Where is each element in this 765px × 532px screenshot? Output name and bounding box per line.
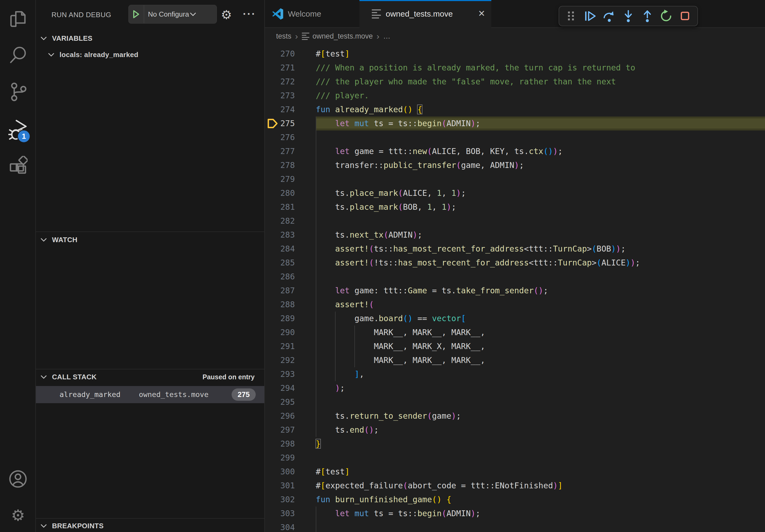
line-number[interactable]: 279	[265, 172, 295, 186]
line-number[interactable]: 272	[265, 75, 295, 89]
chevron-down-icon	[40, 375, 47, 379]
line-number[interactable]: 283	[265, 228, 295, 242]
line-number[interactable]: 288	[265, 298, 295, 312]
indent-guide	[335, 312, 336, 326]
indent-guide	[335, 326, 336, 339]
continue-button[interactable]	[583, 9, 598, 24]
indent-guide	[316, 507, 316, 520]
editor-gutter[interactable]: 2702712722732742752762772782792802812822…	[265, 45, 315, 532]
tab-owned-tests-move[interactable]: owned_tests.move ×	[360, 0, 491, 28]
explorer-icon[interactable]	[8, 9, 28, 28]
line-number[interactable]: 276	[265, 131, 295, 144]
line-number[interactable]: 302	[265, 493, 295, 507]
close-tab-icon[interactable]: ×	[478, 0, 485, 28]
breakpoints-section-header[interactable]: BREAKPOINTS	[36, 520, 264, 532]
code-line: game.board() == vector[	[316, 312, 765, 326]
search-icon[interactable]	[8, 46, 28, 65]
code-line	[316, 520, 765, 532]
variables-section-header[interactable]: VARIABLES	[36, 31, 264, 46]
code-line: ts.return_to_sender(game);	[316, 409, 765, 423]
code-line: #[test]	[316, 47, 765, 61]
step-out-button[interactable]	[640, 9, 655, 24]
code-line: ts.place_mark(BOB, 1, 1);	[316, 200, 765, 214]
code-editor[interactable]: 2702712722732742752762772782792802812822…	[265, 45, 765, 532]
settings-gear-icon[interactable]: ⚙	[8, 506, 28, 525]
line-number[interactable]: 292	[265, 353, 295, 367]
line-number[interactable]: 290	[265, 326, 295, 339]
line-number[interactable]: 296	[265, 409, 295, 423]
indent-guide	[316, 284, 316, 298]
tab-welcome[interactable]: Welcome	[265, 0, 360, 28]
debug-toolbar	[559, 6, 698, 26]
breadcrumb-file[interactable]: owned_tests.move	[313, 32, 373, 40]
line-number[interactable]: 294	[265, 381, 295, 395]
line-number[interactable]: 287	[265, 284, 295, 298]
indent-guide	[316, 172, 316, 186]
line-number[interactable]: 297	[265, 423, 295, 437]
code-line: assert!(	[316, 298, 765, 312]
breadcrumb-separator: ›	[295, 31, 298, 41]
call-stack-frame-row[interactable]: already_marked owned_tests.move 275	[36, 386, 264, 403]
indent-guide	[355, 353, 355, 367]
line-number[interactable]: 274	[265, 103, 295, 117]
debug-count-badge: 1	[17, 130, 31, 143]
line-number[interactable]: 273	[265, 89, 295, 103]
panel-title: RUN AND DEBUG	[51, 0, 111, 30]
indent-guide	[316, 131, 316, 144]
watch-section-header[interactable]: WATCH	[36, 232, 264, 247]
line-number[interactable]: 301	[265, 479, 295, 493]
line-number[interactable]: 286	[265, 270, 295, 284]
extensions-icon[interactable]	[8, 156, 28, 175]
views-more-actions-icon[interactable]: ···	[243, 0, 256, 28]
code-lines: #[test]/// When a position is already ma…	[316, 45, 765, 532]
step-over-button[interactable]	[602, 9, 617, 24]
start-debug-icon[interactable]	[129, 10, 144, 19]
indent-guide	[335, 367, 336, 381]
move-file-icon	[302, 33, 309, 40]
line-number[interactable]: 284	[265, 242, 295, 256]
indent-guide	[316, 381, 316, 395]
line-number[interactable]: 277	[265, 144, 295, 158]
account-icon[interactable]	[8, 469, 28, 489]
line-number[interactable]: 300	[265, 465, 295, 479]
code-line: ],	[316, 367, 765, 381]
line-number[interactable]: 303	[265, 507, 295, 520]
toolbar-drag-handle[interactable]	[564, 9, 579, 24]
frame-function-name: already_marked	[60, 386, 121, 403]
restart-button[interactable]	[659, 9, 674, 24]
line-number[interactable]: 282	[265, 214, 295, 228]
debug-config-dropdown[interactable]: No Configura	[128, 5, 217, 24]
line-number[interactable]: 298	[265, 437, 295, 451]
button-divider	[144, 5, 144, 24]
line-number[interactable]: 271	[265, 61, 295, 75]
indent-guide	[316, 214, 316, 228]
paused-status: Paused on entry	[203, 373, 255, 381]
source-control-icon[interactable]	[8, 82, 28, 101]
step-into-button[interactable]	[621, 9, 636, 24]
code-line: assert!(ts::has_most_recent_for_address<…	[316, 242, 765, 256]
code-line	[316, 451, 765, 465]
run-and-debug-panel: RUN AND DEBUG No Configura ⚙ ··· VARIABL…	[36, 0, 265, 532]
line-number[interactable]: 299	[265, 451, 295, 465]
line-number[interactable]: 270	[265, 47, 295, 61]
indent-guide	[316, 353, 316, 367]
breadcrumb-folder[interactable]: tests	[276, 32, 291, 40]
line-number[interactable]: 304	[265, 520, 295, 532]
indent-guide	[316, 367, 316, 381]
variables-scope-row[interactable]: locals: already_marked	[36, 48, 264, 62]
line-number[interactable]: 280	[265, 186, 295, 200]
line-number[interactable]: 281	[265, 200, 295, 214]
call-stack-section-header[interactable]: CALL STACK Paused on entry	[36, 370, 264, 384]
code-line	[316, 131, 765, 144]
line-number[interactable]: 289	[265, 312, 295, 326]
line-number[interactable]: 285	[265, 256, 295, 270]
line-number[interactable]: 293	[265, 367, 295, 381]
line-number[interactable]: 278	[265, 158, 295, 172]
stop-button[interactable]	[678, 9, 693, 24]
breadcrumb-symbol[interactable]: …	[383, 32, 390, 40]
line-number[interactable]: 291	[265, 339, 295, 353]
debug-settings-gear-icon[interactable]: ⚙	[221, 0, 232, 30]
vscode-logo-icon	[272, 8, 284, 20]
indent-guide	[316, 228, 316, 242]
line-number[interactable]: 295	[265, 395, 295, 409]
